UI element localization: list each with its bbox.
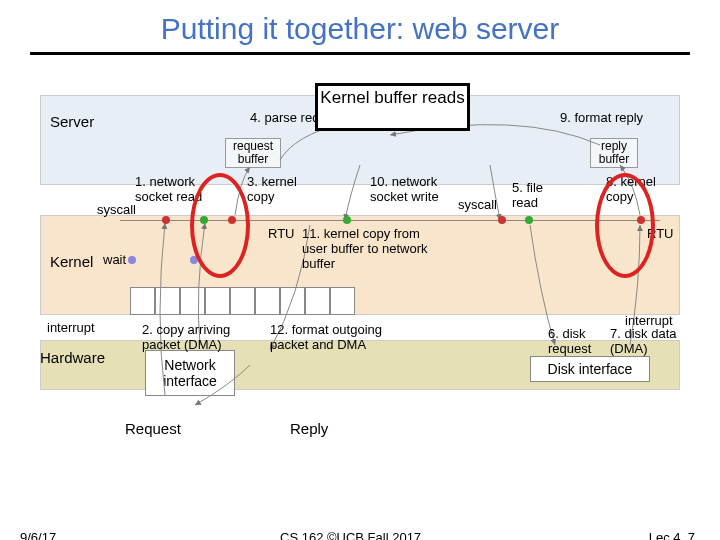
cell (155, 287, 180, 315)
dot (128, 256, 136, 264)
dot (162, 216, 170, 224)
slide-title: Putting it together: web server (0, 0, 720, 52)
highlight-ellipse-1 (190, 173, 250, 278)
step-11: 11. kernel copy from user buffer to netw… (302, 227, 442, 272)
syscall-2: syscall (458, 198, 497, 213)
reply-label: Reply (290, 420, 328, 437)
footer-date: 9/6/17 (20, 530, 56, 540)
footer-right: Lec 4. 7 (649, 530, 695, 540)
step-2: 2. copy arriving packet (DMA) (142, 323, 262, 353)
interrupt-1: interrupt (47, 321, 95, 336)
hardware-label: Hardware (40, 349, 105, 366)
server-label: Server (50, 113, 94, 130)
step-5: 5. file read (512, 181, 562, 211)
dot (525, 216, 533, 224)
diagram-area: Server Kernel Hardware Kernel buffer rea… (0, 65, 720, 465)
kernel-buffer-callout: Kernel buffer reads (315, 83, 470, 131)
step-3: 3. kernel copy (247, 175, 302, 205)
buffer-cells (130, 287, 355, 315)
dot (343, 216, 351, 224)
cell (330, 287, 355, 315)
cell (180, 287, 205, 315)
cell (280, 287, 305, 315)
cell (130, 287, 155, 315)
dot (498, 216, 506, 224)
step-6: 6. disk request (548, 327, 604, 357)
network-interface-box: Network interface (145, 350, 235, 396)
cell (230, 287, 255, 315)
wait-label: wait (103, 253, 126, 268)
step-10: 10. network socket write (370, 175, 455, 205)
request-label: Request (125, 420, 181, 437)
footer-center: CS 162 ©UCB Fall 2017 (280, 530, 421, 540)
step-9: 9. format reply (560, 111, 643, 126)
step-7: 7. disk data (DMA) (610, 327, 680, 357)
cell (305, 287, 330, 315)
request-buffer: request buffer (225, 138, 281, 168)
step-12: 12. format outgoing packet and DMA (270, 323, 400, 353)
disk-interface-box: Disk interface (530, 356, 650, 382)
highlight-ellipse-2 (595, 173, 655, 278)
kernel-label: Kernel (50, 253, 93, 270)
title-underline (30, 52, 690, 55)
cell (255, 287, 280, 315)
rtu-1: RTU (268, 227, 294, 242)
syscall-1: syscall (97, 203, 136, 218)
cell (205, 287, 230, 315)
reply-buffer: reply buffer (590, 138, 638, 168)
